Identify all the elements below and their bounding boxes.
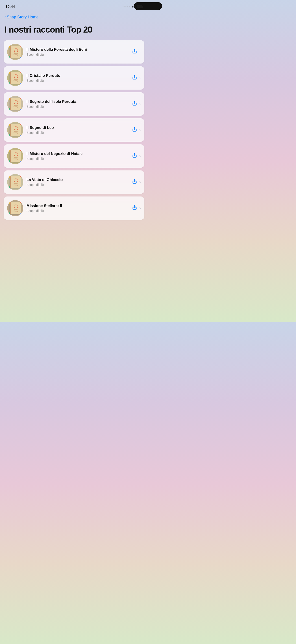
nav-back-label: Snap Story Home: [7, 15, 39, 20]
book-story-text: Story: [13, 158, 18, 160]
story-info: La Vetta di Ghiaccio Scopri di più: [26, 178, 129, 186]
book-snap-text: Snap: [14, 156, 18, 158]
story-subtitle: Scopri di più: [26, 183, 129, 186]
story-thumbnail: Snap Story: [7, 200, 23, 216]
story-actions: ›: [132, 179, 141, 185]
status-icons: [124, 5, 143, 8]
page-title: I nostri racconti Top 20: [0, 21, 148, 40]
story-card[interactable]: Snap Story Missione Stellare: Il Scopri …: [3, 196, 145, 220]
headphone-icon: [13, 126, 19, 130]
book-story-text: Story: [13, 210, 18, 212]
story-title: Il Mistero della Foresta degli Echi: [26, 47, 129, 52]
story-subtitle: Scopri di più: [26, 209, 129, 213]
story-subtitle: Scopri di più: [26, 53, 129, 56]
share-icon[interactable]: [132, 49, 137, 55]
chevron-right-icon: ›: [139, 180, 141, 184]
story-card[interactable]: Snap Story Il Cristallo Perduto Scopri d…: [3, 66, 145, 90]
story-title: Missione Stellare: Il: [26, 204, 129, 208]
story-thumbnail: Snap Story: [7, 148, 23, 164]
story-card[interactable]: Snap Story Il Sogno di Leo Scopri di più…: [3, 118, 145, 142]
chevron-right-icon: ›: [139, 153, 141, 158]
battery-icon: [137, 6, 143, 8]
share-icon[interactable]: [132, 179, 137, 185]
story-actions: ›: [132, 205, 141, 211]
share-icon[interactable]: [132, 101, 137, 107]
story-subtitle: Scopri di più: [26, 79, 129, 82]
book-story-text: Story: [13, 184, 18, 186]
story-subtitle: Scopri di più: [26, 105, 129, 108]
story-thumbnail: Snap Story: [7, 174, 23, 190]
story-actions: ›: [132, 75, 141, 81]
book-snap-text: Snap: [14, 182, 18, 184]
story-info: Il Mistero del Negozio di Natale Scopri …: [26, 151, 129, 160]
story-subtitle: Scopri di più: [26, 131, 129, 134]
headphone-icon: [13, 178, 19, 182]
story-title: Il Sogno di Leo: [26, 125, 129, 130]
chevron-right-icon: ›: [139, 101, 141, 106]
story-card[interactable]: Snap Story Il Segreto dell'Isola Perduta…: [3, 92, 145, 116]
story-thumbnail: Snap Story: [7, 122, 23, 138]
story-info: Il Sogno di Leo Scopri di più: [26, 125, 129, 134]
share-icon[interactable]: [132, 153, 137, 159]
back-chevron-icon: ‹: [4, 15, 6, 20]
nav-back-button[interactable]: ‹ Snap Story Home: [0, 12, 148, 21]
status-time: 10:44: [5, 4, 15, 9]
chevron-right-icon: ›: [139, 75, 141, 80]
book-snap-text: Snap: [14, 104, 18, 106]
story-title: Il Segreto dell'Isola Perduta: [26, 99, 129, 104]
story-actions: ›: [132, 153, 141, 159]
story-info: Il Mistero della Foresta degli Echi Scop…: [26, 47, 129, 56]
book-story-text: Story: [13, 132, 18, 134]
book-snap-text: Snap: [14, 130, 18, 132]
book-snap-text: Snap: [14, 78, 18, 80]
story-actions: ›: [132, 101, 141, 107]
story-info: Il Segreto dell'Isola Perduta Scopri di …: [26, 99, 129, 108]
book-story-text: Story: [13, 106, 18, 108]
story-card[interactable]: Snap Story Il Mistero del Negozio di Nat…: [3, 144, 145, 168]
book-story-text: Story: [13, 54, 18, 56]
story-thumbnail: Snap Story: [7, 70, 23, 86]
chevron-right-icon: ›: [139, 206, 141, 210]
headphone-icon: [13, 100, 19, 104]
book-story-text: Story: [13, 80, 18, 82]
story-subtitle: Scopri di più: [26, 157, 129, 160]
headphone-icon: [13, 74, 19, 78]
book-snap-text: Snap: [14, 52, 18, 54]
headphone-icon: [13, 204, 19, 208]
share-icon[interactable]: [132, 205, 137, 211]
story-title: La Vetta di Ghiaccio: [26, 178, 129, 182]
status-bar: 10:44: [0, 0, 148, 12]
story-actions: ›: [132, 127, 141, 133]
story-info: Missione Stellare: Il Scopri di più: [26, 204, 129, 213]
book-snap-text: Snap: [14, 208, 18, 210]
story-thumbnail: Snap Story: [7, 96, 23, 112]
story-title: Il Mistero del Negozio di Natale: [26, 151, 129, 156]
signal-icon: [124, 6, 130, 8]
share-icon[interactable]: [132, 127, 137, 133]
story-title: Il Cristallo Perduto: [26, 73, 129, 78]
chevron-right-icon: ›: [139, 49, 141, 54]
story-card[interactable]: Snap Story Il Mistero della Foresta degl…: [3, 40, 145, 64]
story-card[interactable]: Snap Story La Vetta di Ghiaccio Scopri d…: [3, 170, 145, 194]
chevron-right-icon: ›: [139, 127, 141, 132]
story-list: Snap Story Il Mistero della Foresta degl…: [0, 40, 148, 229]
headphone-icon: [13, 152, 19, 156]
story-actions: ›: [132, 49, 141, 55]
story-info: Il Cristallo Perduto Scopri di più: [26, 73, 129, 82]
share-icon[interactable]: [132, 75, 137, 81]
headphone-icon: [13, 48, 19, 52]
story-thumbnail: Snap Story: [7, 44, 23, 60]
